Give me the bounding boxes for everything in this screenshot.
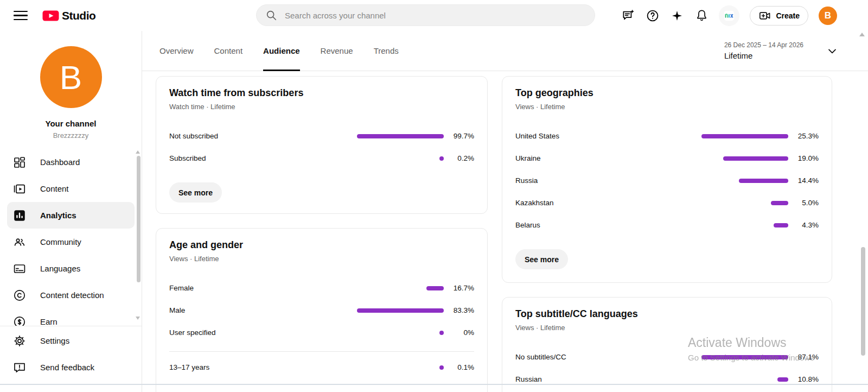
stat-row-no-subtitles-cc: No subtitles/CC87.1% [515, 346, 819, 368]
analytics-icon [13, 209, 26, 222]
window-bottom-edge [0, 384, 868, 385]
stat-bar-track [357, 156, 444, 161]
search-icon [265, 9, 277, 21]
stat-bar [439, 156, 444, 161]
analytics-tabs: OverviewContentAudienceRevenueTrends 26 … [142, 31, 868, 71]
stat-bar [723, 156, 788, 161]
stat-rows: Female16.7%Male83.3%User specified0%13–1… [169, 277, 474, 378]
whats-new-icon[interactable] [621, 9, 635, 23]
channel-avatar[interactable]: B [40, 46, 102, 108]
stat-row-united-states: United States25.3% [515, 125, 819, 147]
stat-row-female: Female16.7% [169, 277, 474, 299]
sidebar-item-send-feedback[interactable]: Send feedback [7, 354, 135, 381]
stat-label: United States [515, 132, 701, 140]
chevron-down-icon [826, 45, 838, 57]
youtube-studio-logo[interactable]: Studio [42, 9, 95, 22]
tab-content[interactable]: Content [214, 31, 243, 71]
sidebar-item-earn[interactable]: Earn [7, 308, 135, 326]
create-video-icon [758, 9, 771, 22]
stat-value: 19.0% [788, 154, 819, 162]
stat-bar [701, 355, 788, 359]
stat-bar [357, 308, 444, 313]
stat-bar [777, 377, 788, 382]
sidebar-scrollbar[interactable] [137, 156, 141, 282]
date-filter[interactable]: 26 Dec 2025 – 14 Apr 2026 Lifetime [724, 41, 838, 60]
stat-label: User specified [169, 328, 357, 337]
stat-row-belarus: Belarus4.3% [515, 214, 819, 236]
stat-bar-track [357, 331, 444, 335]
hamburger-menu-icon[interactable] [14, 11, 28, 21]
settings-icon [13, 334, 26, 347]
sparkle-icon[interactable] [670, 9, 684, 23]
tab-overview[interactable]: Overview [159, 31, 194, 71]
row-divider [169, 351, 474, 352]
sidebar-item-analytics[interactable]: Analytics [7, 202, 135, 229]
tab-revenue[interactable]: Revenue [321, 31, 353, 71]
stat-bar-track [701, 201, 788, 205]
stat-value: 0.1% [444, 363, 474, 371]
stat-bar [439, 331, 444, 335]
stat-bar-track [701, 377, 788, 382]
see-more-button[interactable]: See more [515, 249, 568, 269]
stat-value: 14.4% [788, 176, 819, 185]
stat-label: 13–17 years [169, 363, 357, 371]
stat-bar [701, 134, 788, 138]
stat-label: Belarus [515, 221, 701, 229]
stat-value: 5.0% [788, 199, 819, 207]
stat-value: 0% [444, 328, 474, 337]
tab-audience[interactable]: Audience [263, 31, 300, 71]
stat-row-russian: Russian10.8% [515, 368, 819, 390]
card-title: Top subtitle/CC languages [515, 308, 819, 320]
stat-value: 99.7% [444, 132, 474, 140]
main-content: OverviewContentAudienceRevenueTrends 26 … [142, 31, 868, 392]
stat-label: No subtitles/CC [515, 353, 701, 361]
stat-label: Male [169, 306, 357, 314]
tab-trends[interactable]: Trends [374, 31, 399, 71]
stat-bar [739, 179, 788, 183]
create-button[interactable]: Create [750, 6, 808, 26]
stat-row-ukraine: Ukraine19.0% [515, 147, 819, 169]
card-subtitle: Watch time · Lifetime [169, 103, 474, 111]
card-subtitle: Views · Lifetime [169, 255, 474, 263]
stat-label: Female [169, 284, 357, 292]
stat-row-user-specified: User specified0% [169, 321, 474, 344]
languages-icon [13, 262, 26, 275]
stat-row-13-17-years: 13–17 years0.1% [169, 356, 474, 378]
sidebar-item-community[interactable]: Community [7, 229, 135, 255]
help-icon[interactable] [646, 9, 660, 23]
date-preset-text: Lifetime [724, 51, 803, 60]
card-age-and-gender: Age and gender Views · Lifetime Female16… [156, 228, 488, 392]
stat-bar [357, 134, 444, 138]
youtube-play-icon [42, 9, 60, 22]
sidebar-scroll-down-arrow[interactable] [136, 317, 140, 320]
content-detection-icon [13, 289, 26, 302]
sidebar-scroll-up-arrow[interactable] [136, 150, 140, 154]
card-subtitle: Views · Lifetime [515, 103, 819, 111]
search-input[interactable] [284, 10, 577, 21]
sidebar: B Your channel Brezzzzzzy DashboardConte… [0, 31, 142, 392]
stat-bar-track [701, 223, 788, 227]
sidebar-item-languages[interactable]: Languages [7, 255, 135, 282]
stat-row-kazakhstan: Kazakhstan5.0% [515, 192, 819, 214]
stat-label: Russia [515, 176, 701, 185]
stat-label: Not subscribed [169, 132, 357, 140]
see-more-button[interactable]: See more [169, 182, 222, 203]
page-scrollbar[interactable] [861, 247, 865, 356]
search-bar[interactable] [256, 4, 595, 26]
community-icon [13, 236, 26, 249]
account-avatar[interactable]: B [819, 7, 837, 25]
page-scroll-up-arrow[interactable] [859, 33, 865, 36]
stat-bar-track [701, 355, 788, 359]
stat-row-male: Male83.3% [169, 299, 474, 321]
sidebar-item-dashboard[interactable]: Dashboard [7, 149, 135, 175]
sidebar-item-content[interactable]: Content [7, 175, 135, 202]
date-range-text: 26 Dec 2025 – 14 Apr 2026 [724, 41, 803, 49]
notifications-bell-icon[interactable] [694, 9, 709, 23]
stat-bar-track [701, 134, 788, 138]
extension-icon[interactable] [719, 5, 739, 26]
stat-value: 83.3% [444, 306, 474, 314]
stat-bar-track [357, 134, 444, 138]
sidebar-item-settings[interactable]: Settings [7, 327, 135, 354]
stat-value: 0.2% [444, 154, 474, 162]
sidebar-item-content-detection[interactable]: Content detection [7, 282, 135, 308]
